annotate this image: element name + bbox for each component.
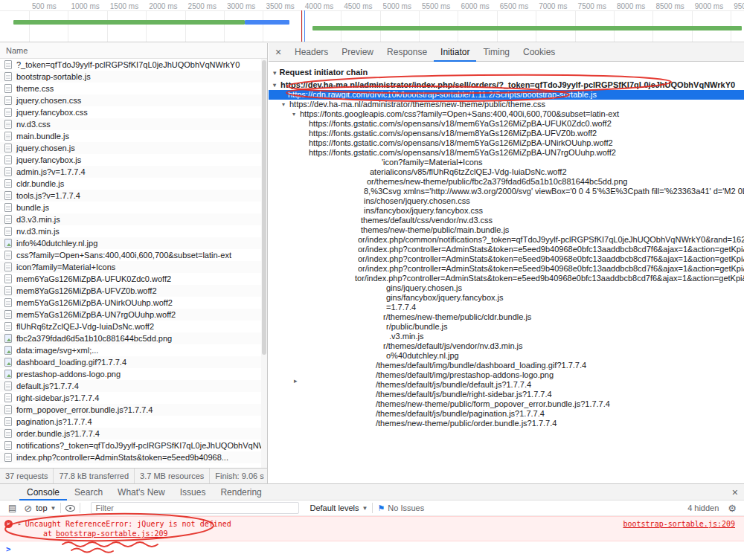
hidden-messages-count[interactable]: 4 hidden xyxy=(687,503,719,512)
initiator-chain-row[interactable]: or/index.php?controller=AdminStats&token… xyxy=(269,245,744,254)
initiator-chain-row[interactable]: themes/default/css/vendor/nv.d3.css xyxy=(269,216,744,225)
initiator-chain-row[interactable]: or/index.php?controller=AdminStats&token… xyxy=(269,254,744,264)
initiator-chain-row[interactable]: .v3.min.js xyxy=(269,332,744,341)
initiator-chain-row[interactable]: or/themes/new-theme/public/fbc2a379fdad6… xyxy=(269,177,744,187)
initiator-chain-row[interactable]: or/index.php?controller=AdminStats&token… xyxy=(269,264,744,274)
network-request-row[interactable]: data:image/svg+xml;... xyxy=(0,344,261,356)
clear-console-icon[interactable]: ⊘ xyxy=(24,503,32,514)
tab-preview[interactable]: Preview xyxy=(335,43,380,62)
console-prompt[interactable]: > xyxy=(0,541,744,554)
tab-timing[interactable]: Timing xyxy=(476,43,516,62)
initiator-chain-row[interactable]: https://fonts.gstatic.com/s/opensans/v18… xyxy=(269,138,744,148)
drawer-tab-what-s-new[interactable]: What's New xyxy=(110,484,173,501)
initiator-chain-row[interactable]: 'icon?family=Material+Icons xyxy=(269,158,744,167)
tab-response[interactable]: Response xyxy=(380,43,434,62)
tab-initiator[interactable]: Initiator xyxy=(434,43,476,62)
drawer-tab-rendering[interactable]: Rendering xyxy=(213,484,269,501)
network-request-row[interactable]: dashboard_loading.gif?1.7.7.4 xyxy=(0,356,261,368)
network-request-row[interactable]: default.js?1.7.7.4 xyxy=(0,380,261,392)
initiator-chain-row[interactable]: themes/new-theme/public/main.bundle.js xyxy=(269,225,744,235)
initiator-chain-row[interactable]: https://cdn.rawgit.com/drvic10k/bootstra… xyxy=(269,90,744,100)
network-overview[interactable]: 500 ms1000 ms1500 ms2000 ms2500 ms3000 m… xyxy=(0,0,744,42)
initiator-chain-row[interactable]: r/themes/default/js/vendor/nv.d3.min.js xyxy=(269,341,744,351)
network-request-row[interactable]: css?family=Open+Sans:400,400i,600,700&su… xyxy=(0,249,261,261)
network-request-row[interactable]: notifications?_token=qfTdoJ9yylf-pclRGPS… xyxy=(0,440,261,451)
initiator-chain-row[interactable]: gins/jquery.chosen.js xyxy=(269,283,744,293)
initiator-chain-row[interactable]: https://fonts.gstatic.com/s/opensans/v18… xyxy=(269,148,744,158)
initiator-chain-row[interactable]: /themes/default/js/bundle/right-sidebar.… xyxy=(269,390,744,399)
network-request-row[interactable]: jquery.fancybox.css xyxy=(0,106,261,118)
network-request-row[interactable]: main.bundle.js xyxy=(0,130,261,142)
drawer-tab-issues[interactable]: Issues xyxy=(173,484,214,501)
network-request-row[interactable]: info%40dutchley.nl.jpg xyxy=(0,237,261,249)
initiator-chain-row[interactable]: /themes/default/img/bundle/dashboard_loa… xyxy=(269,361,744,370)
expand-error-triangle-icon[interactable]: ▸ xyxy=(18,521,22,527)
initiator-chain-row[interactable]: ▾https://dev.ha-ma.nl/administrator/inde… xyxy=(269,80,744,90)
initiator-chain-row[interactable]: tor/index.php?controller=AdminStats&toke… xyxy=(269,274,744,283)
expand-triangle-icon[interactable]: ▾ xyxy=(282,100,289,109)
network-request-row[interactable]: mem5YaGs126MiZpBA-UNirkOUuhp.woff2 xyxy=(0,297,261,309)
initiator-chain-row[interactable]: ins/fancybox/jquery.fancybox.css xyxy=(269,206,744,216)
initiator-chain-row[interactable]: ▾https://fonts.googleapis.com/css?family… xyxy=(269,109,744,119)
tab-headers[interactable]: Headers xyxy=(288,43,335,62)
initiator-chain-row[interactable]: /themes/default/js/bundle/pagination.js?… xyxy=(269,409,744,419)
drawer-tab-search[interactable]: Search xyxy=(67,484,110,501)
network-request-row[interactable]: bootstrap-sortable.js xyxy=(0,71,261,83)
network-request-row[interactable]: form_popover_error.bundle.js?1.7.7.4 xyxy=(0,404,261,416)
initiator-chain-row[interactable]: ▾https://dev.ha-ma.nl/administrator/them… xyxy=(269,100,744,109)
network-request-row[interactable]: admin.js?v=1.7.7.4 xyxy=(0,166,261,178)
network-request-row[interactable]: mem5YaGs126MiZpBA-UN7rgOUuhp.woff2 xyxy=(0,309,261,321)
initiator-chain-row[interactable]: r/themes/new-theme/public/cldr.bundle.js xyxy=(269,312,744,322)
initiator-chain-row[interactable]: 8,%3Csvg xmlns='http://www.w3.org/2000/s… xyxy=(269,187,744,196)
network-request-row[interactable]: d3.v3.min.js xyxy=(0,213,261,225)
network-request-row[interactable]: jquery.fancybox.js xyxy=(0,154,261,166)
network-request-row[interactable]: right-sidebar.js?1.7.7.4 xyxy=(0,392,261,404)
network-request-row[interactable]: ?_token=qfTdoJ9yylf-pclRGPSfKI7qL0jeJhUQ… xyxy=(0,59,261,71)
expand-triangle-icon[interactable]: ▾ xyxy=(292,109,300,119)
error-stack-link[interactable]: bootstrap-sortable.js:209 xyxy=(56,530,168,538)
network-request-row[interactable]: fbc2a379fdad6d5a1b10c881644bc5dd.png xyxy=(0,332,261,344)
log-levels-dropdown[interactable]: Default levels▼ xyxy=(310,503,368,512)
console-filter-input[interactable] xyxy=(91,502,299,514)
close-detail-icon[interactable]: × xyxy=(269,46,288,58)
request-list-scrollbar[interactable] xyxy=(261,59,267,468)
scrollbar-thumb[interactable] xyxy=(262,60,266,355)
initiator-chain-row[interactable]: /themes/default/js/bundle/default.js?1.7… xyxy=(269,380,744,390)
initiator-chain-row[interactable]: o%40dutchley.nl.jpg xyxy=(269,351,744,361)
network-request-row[interactable]: bundle.js xyxy=(0,202,261,213)
initiator-chain-row[interactable]: gins/fancybox/jquery.fancybox.js xyxy=(269,293,744,303)
network-request-row[interactable]: theme.css xyxy=(0,83,261,94)
issues-counter[interactable]: ⚑No Issues xyxy=(377,503,424,513)
live-expression-eye-icon[interactable] xyxy=(65,505,75,512)
execution-context-selector[interactable]: top▼ xyxy=(36,503,56,512)
network-request-row[interactable]: prestashop-addons-logo.png xyxy=(0,368,261,380)
error-source-link[interactable]: bootstrap-sortable.js:209 xyxy=(623,520,735,528)
network-request-row[interactable]: index.php?controller=AdminStats&token=e5… xyxy=(0,451,261,463)
initiator-section-header[interactable]: ▾Request initiator chain xyxy=(273,68,744,77)
stray-expand-triangle-icon[interactable]: ▸ xyxy=(294,377,298,384)
close-drawer-icon[interactable]: × xyxy=(732,486,738,498)
collapse-triangle-icon[interactable]: ▾ xyxy=(273,69,277,77)
initiator-chain-row[interactable]: ins/chosen/jquery.chosen.css xyxy=(269,196,744,206)
expand-triangle-icon[interactable]: ▾ xyxy=(273,80,280,90)
drawer-tab-console[interactable]: Console xyxy=(19,484,67,501)
network-request-row[interactable]: flUhRq6tzZclQEJ-Vdg-IuiaDsNc.woff2 xyxy=(0,321,261,332)
initiator-chain-row[interactable]: =1.7.7.4 xyxy=(269,303,744,312)
initiator-chain-row[interactable]: /themes/default/img/prestashop-addons-lo… xyxy=(269,370,744,380)
initiator-chain-row[interactable]: or/index.php/common/notifications?_token… xyxy=(269,235,744,245)
console-settings-gear-icon[interactable]: ⚙ xyxy=(728,503,737,514)
network-request-row[interactable]: jquery.chosen.css xyxy=(0,94,261,106)
initiator-chain-row[interactable]: /themes/new-theme/public/order.bundle.js… xyxy=(269,419,744,428)
initiator-chain-row[interactable]: r/public/bundle.js xyxy=(269,322,744,332)
network-request-row[interactable]: cldr.bundle.js xyxy=(0,178,261,190)
console-sidebar-icon[interactable]: ▤ xyxy=(8,503,16,513)
name-column-header[interactable]: Name xyxy=(0,43,267,59)
network-request-row[interactable]: nv.d3.min.js xyxy=(0,225,261,237)
network-request-row[interactable]: tools.js?v=1.7.7.4 xyxy=(0,190,261,202)
network-request-row[interactable]: mem6YaGs126MiZpBA-UFUK0Zdc0.woff2 xyxy=(0,273,261,285)
initiator-chain-row[interactable]: /themes/new-theme/public/form_popover_er… xyxy=(269,399,744,409)
initiator-chain-row[interactable]: https://fonts.gstatic.com/s/opensans/v18… xyxy=(269,129,744,138)
initiator-chain-row[interactable]: aterialicons/v85/flUhRq6tzZclQEJ-Vdg-Iui… xyxy=(269,167,744,177)
network-request-row[interactable]: order.bundle.js?1.7.7.4 xyxy=(0,428,261,440)
network-request-row[interactable]: icon?family=Material+Icons xyxy=(0,261,261,273)
